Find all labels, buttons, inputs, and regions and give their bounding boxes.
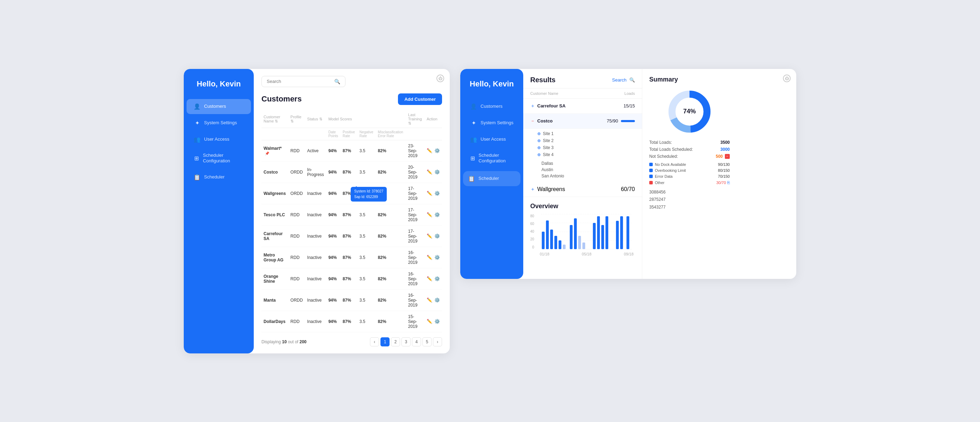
- page-prev[interactable]: ‹: [370, 337, 379, 346]
- carrefour-item[interactable]: ＋ Carrefour SA 15/15: [523, 99, 642, 114]
- cell-pr-6: 87%: [340, 268, 357, 289]
- sidebar-2: Hello, Kevin 👤 Customers ✦ System Settin…: [460, 69, 523, 279]
- site-2-item[interactable]: ⊕ Site 2: [537, 137, 635, 144]
- legend-other-value-area: 30/70 ⎘: [716, 180, 730, 185]
- pagination-controls: ‹ 1 2 3 4 5 ›: [370, 337, 442, 346]
- col-last-training[interactable]: Last Training ⇅: [406, 111, 425, 128]
- site-1-label: Site 1: [543, 131, 554, 136]
- page-next[interactable]: ›: [433, 337, 442, 346]
- gear-icon-8[interactable]: ⚙️: [434, 319, 440, 324]
- bar-14: [606, 216, 608, 249]
- gear-icon-5[interactable]: ⚙️: [434, 255, 440, 260]
- cell-nr-7: 3.5: [357, 289, 376, 311]
- cell-name-0: Walmart*📌: [261, 140, 288, 161]
- results-search-icon: 🔍: [629, 77, 635, 82]
- search-input-1[interactable]: [267, 79, 331, 84]
- tooltip-line1: System Id: 378027: [354, 189, 383, 194]
- gear-icon-4[interactable]: ⚙️: [434, 233, 440, 239]
- sidebar-item-user-access-2[interactable]: 👥 User Access: [463, 132, 520, 147]
- page-5[interactable]: 5: [422, 337, 431, 346]
- legend-overbooking-dot: [649, 169, 653, 172]
- edit-icon-2[interactable]: ✏️: [426, 191, 432, 196]
- sidebar-item-customers-1[interactable]: 👤 Customers: [186, 99, 251, 114]
- cell-status-4: Inactive: [305, 225, 326, 247]
- gear-icon-0[interactable]: ⚙️: [434, 148, 440, 153]
- donut-chart: 74%: [667, 89, 712, 134]
- edit-icon-4[interactable]: ✏️: [426, 233, 432, 239]
- edit-icon-3[interactable]: ✏️: [426, 212, 432, 217]
- user-access-label-2: User Access: [480, 136, 506, 143]
- cell-status-6: Inactive: [305, 268, 326, 289]
- costco-item[interactable]: － Costco 75/90: [523, 114, 642, 129]
- site-1-item[interactable]: ⊕ Site 1: [537, 130, 635, 137]
- costco-load-bar: [621, 120, 635, 122]
- sub-empty-4: [406, 128, 425, 140]
- edit-icon-1[interactable]: ✏️: [426, 169, 432, 175]
- power-icon[interactable]: ⏻: [436, 75, 444, 82]
- dallas-city: Dallas: [541, 160, 635, 167]
- cell-dp-4: 94%: [326, 225, 340, 247]
- cell-name-4: Carrefour SA: [261, 225, 288, 247]
- cell-status-2: Inactive: [305, 182, 326, 204]
- main-wrapper: ⏻ Hello, Kevin 👤 Customers ✦ System Sett…: [184, 69, 796, 354]
- legend-overbooking: Overbooking Limit 80/150: [649, 168, 730, 173]
- edit-icon-0[interactable]: ✏️: [426, 148, 432, 153]
- sidebar-item-scheduler-config-1[interactable]: ⊞ Scheduler Configuration: [186, 148, 251, 169]
- y-label-60: 60: [530, 222, 534, 226]
- number-3: 3543277: [649, 204, 730, 211]
- customers-icon-1: 👤: [194, 103, 200, 110]
- gear-icon-6[interactable]: ⚙️: [434, 276, 440, 281]
- page-3[interactable]: 3: [401, 337, 410, 346]
- site-4-item[interactable]: ⊕ Site 4: [537, 151, 635, 158]
- sub-date-points: Date Points: [326, 128, 340, 140]
- col-profile[interactable]: Profile ⇅: [288, 111, 305, 128]
- costco-collapse-icon: －: [530, 118, 535, 124]
- user-access-label-1: User Access: [204, 136, 229, 143]
- sidebar-item-user-access-1[interactable]: 👥 User Access: [186, 132, 251, 147]
- cell-status-7: Inactive: [305, 289, 326, 311]
- site-3-item[interactable]: ⊕ Site 3: [537, 144, 635, 151]
- edit-icon-8[interactable]: ✏️: [426, 319, 432, 324]
- tooltip-line2: Sap Id: 652289: [354, 194, 383, 200]
- results-search[interactable]: Search 🔍: [612, 77, 635, 82]
- gear-icon-2[interactable]: ⚙️: [434, 191, 440, 196]
- sidebar-item-scheduler-2[interactable]: 📋 Scheduler: [463, 171, 520, 186]
- col-customer-name[interactable]: Customer Name ⇅: [261, 111, 288, 128]
- add-customer-button[interactable]: Add Customer: [398, 94, 442, 105]
- sidebar-item-scheduler-config-2[interactable]: ⊞ Scheduler Configuration: [463, 148, 520, 169]
- page-2[interactable]: 2: [391, 337, 400, 346]
- col-status[interactable]: Status ⇅: [305, 111, 326, 128]
- page-1[interactable]: 1: [380, 337, 390, 346]
- edit-icon-6[interactable]: ✏️: [426, 276, 432, 281]
- sidebar-item-system-settings-2[interactable]: ✦ System Settings: [463, 116, 520, 130]
- sidebar-item-customers-2[interactable]: 👤 Customers: [463, 99, 520, 114]
- legend-error-value: 70/150: [718, 174, 730, 178]
- overview-section: Overview 80 60 40 20 0: [523, 197, 642, 262]
- cell-profile-2: ORDD: [288, 182, 305, 204]
- san-antonio-city: San Antonio: [541, 173, 635, 179]
- wallgreens-expand-icon: ＋: [530, 186, 535, 192]
- cell-name-2: Wallgreens: [261, 182, 288, 204]
- bar-3: [550, 230, 553, 249]
- wallgreens-item[interactable]: ＋ Wallgreens 60/70: [523, 182, 642, 197]
- cell-mer-0: 82%: [376, 140, 406, 161]
- costco-sites: ⊕ Site 1 ⊕ Site 2 ⊕ Site 3 ⊕ Site 4: [523, 129, 642, 160]
- edit-icon-7[interactable]: ✏️: [426, 297, 432, 303]
- cell-mer-7: 82%: [376, 289, 406, 311]
- power-icon-2[interactable]: ⏻: [783, 75, 791, 82]
- sub-misclassification: Misclassification Error Rate: [376, 128, 406, 140]
- gear-icon-1[interactable]: ⚙️: [434, 169, 440, 175]
- legend-overbooking-left: Overbooking Limit: [649, 168, 686, 173]
- page-4[interactable]: 4: [412, 337, 421, 346]
- sidebar-item-system-settings-1[interactable]: ✦ System Settings: [186, 116, 251, 130]
- cell-nr-8: 3.5: [357, 311, 376, 332]
- not-scheduled-row: Not Scheduled: 500 −: [649, 154, 730, 159]
- edit-icon-5[interactable]: ✏️: [426, 255, 432, 260]
- sidebar-item-scheduler-1[interactable]: 📋 Scheduler: [186, 170, 251, 185]
- cell-mer-6: 82%: [376, 268, 406, 289]
- search-bar-1[interactable]: 🔍: [261, 76, 345, 87]
- gear-icon-3[interactable]: ⚙️: [434, 212, 440, 217]
- gear-icon-7[interactable]: ⚙️: [434, 297, 440, 303]
- cell-profile-3: RDD: [288, 204, 305, 225]
- summary-section: Summary 74%: [642, 69, 737, 218]
